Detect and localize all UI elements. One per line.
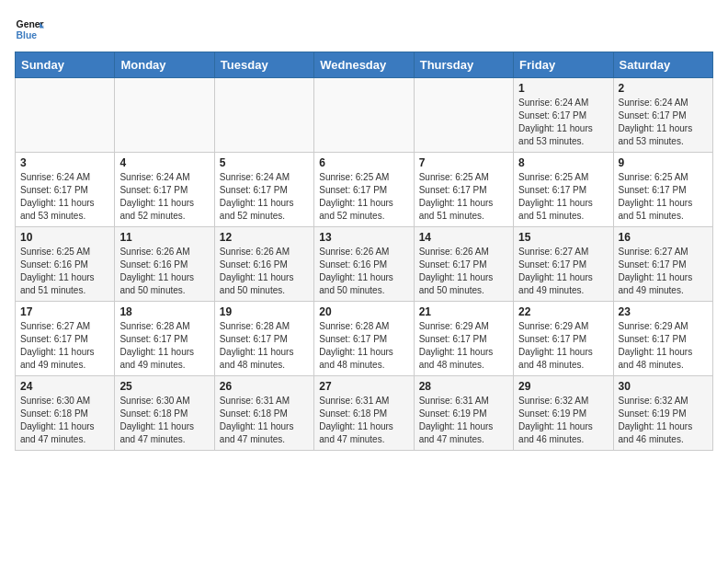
calendar-cell: 30Sunrise: 6:32 AM Sunset: 6:19 PM Dayli… <box>613 376 712 451</box>
calendar-table: SundayMondayTuesdayWednesdayThursdayFrid… <box>15 52 713 451</box>
day-info: Sunrise: 6:26 AM Sunset: 6:16 PM Dayligh… <box>319 246 408 297</box>
day-info: Sunrise: 6:25 AM Sunset: 6:17 PM Dayligh… <box>518 171 608 223</box>
day-info: Sunrise: 6:24 AM Sunset: 6:17 PM Dayligh… <box>20 171 109 223</box>
day-info: Sunrise: 6:28 AM Sunset: 6:17 PM Dayligh… <box>220 320 309 372</box>
calendar-cell: 22Sunrise: 6:29 AM Sunset: 6:17 PM Dayli… <box>514 302 613 376</box>
day-info: Sunrise: 6:25 AM Sunset: 6:16 PM Dayligh… <box>20 246 109 297</box>
day-number: 22 <box>518 305 608 318</box>
logo: General Blue <box>15 15 44 44</box>
day-number: 29 <box>518 380 608 393</box>
day-info: Sunrise: 6:24 AM Sunset: 6:17 PM Dayligh… <box>518 97 608 148</box>
calendar-cell: 26Sunrise: 6:31 AM Sunset: 6:18 PM Dayli… <box>214 376 313 451</box>
day-info: Sunrise: 6:24 AM Sunset: 6:17 PM Dayligh… <box>119 171 209 223</box>
calendar-cell: 10Sunrise: 6:25 AM Sunset: 6:16 PM Dayli… <box>16 227 115 302</box>
calendar-cell: 28Sunrise: 6:31 AM Sunset: 6:19 PM Dayli… <box>414 376 513 451</box>
calendar-cell: 17Sunrise: 6:27 AM Sunset: 6:17 PM Dayli… <box>16 302 115 376</box>
day-number: 14 <box>419 231 508 244</box>
day-info: Sunrise: 6:28 AM Sunset: 6:17 PM Dayligh… <box>119 320 209 372</box>
day-info: Sunrise: 6:25 AM Sunset: 6:17 PM Dayligh… <box>319 171 408 223</box>
day-info: Sunrise: 6:31 AM Sunset: 6:18 PM Dayligh… <box>319 395 408 446</box>
day-number: 16 <box>619 231 708 244</box>
day-number: 12 <box>220 231 309 244</box>
day-info: Sunrise: 6:25 AM Sunset: 6:17 PM Dayligh… <box>619 171 708 223</box>
day-number: 23 <box>619 305 708 318</box>
weekday-header: Monday <box>115 52 214 78</box>
calendar-cell: 25Sunrise: 6:30 AM Sunset: 6:18 PM Dayli… <box>115 376 214 451</box>
day-info: Sunrise: 6:27 AM Sunset: 6:17 PM Dayligh… <box>619 246 708 297</box>
calendar-cell: 7Sunrise: 6:25 AM Sunset: 6:17 PM Daylig… <box>414 153 513 227</box>
day-info: Sunrise: 6:31 AM Sunset: 6:18 PM Dayligh… <box>220 395 309 446</box>
calendar-cell: 3Sunrise: 6:24 AM Sunset: 6:17 PM Daylig… <box>16 153 115 227</box>
calendar-cell: 4Sunrise: 6:24 AM Sunset: 6:17 PM Daylig… <box>115 153 214 227</box>
day-number: 19 <box>220 305 309 318</box>
svg-text:Blue: Blue <box>17 30 38 40</box>
calendar-cell: 9Sunrise: 6:25 AM Sunset: 6:17 PM Daylig… <box>613 153 712 227</box>
day-info: Sunrise: 6:30 AM Sunset: 6:18 PM Dayligh… <box>20 395 109 446</box>
calendar-cell: 16Sunrise: 6:27 AM Sunset: 6:17 PM Dayli… <box>613 227 712 302</box>
day-info: Sunrise: 6:26 AM Sunset: 6:16 PM Dayligh… <box>119 246 209 297</box>
calendar-cell: 21Sunrise: 6:29 AM Sunset: 6:17 PM Dayli… <box>414 302 513 376</box>
day-number: 25 <box>119 380 209 393</box>
day-info: Sunrise: 6:26 AM Sunset: 6:17 PM Dayligh… <box>419 246 508 297</box>
day-info: Sunrise: 6:27 AM Sunset: 6:17 PM Dayligh… <box>20 320 109 372</box>
day-number: 1 <box>518 82 608 95</box>
calendar-cell: 19Sunrise: 6:28 AM Sunset: 6:17 PM Dayli… <box>214 302 313 376</box>
calendar-cell: 14Sunrise: 6:26 AM Sunset: 6:17 PM Dayli… <box>414 227 513 302</box>
day-number: 4 <box>119 156 209 169</box>
day-info: Sunrise: 6:25 AM Sunset: 6:17 PM Dayligh… <box>419 171 508 223</box>
day-info: Sunrise: 6:32 AM Sunset: 6:19 PM Dayligh… <box>619 395 708 446</box>
page-header: General Blue <box>15 15 713 44</box>
day-info: Sunrise: 6:24 AM Sunset: 6:17 PM Dayligh… <box>619 97 708 148</box>
weekday-header: Thursday <box>414 52 513 78</box>
day-number: 18 <box>119 305 209 318</box>
day-number: 13 <box>319 231 408 244</box>
calendar-cell: 20Sunrise: 6:28 AM Sunset: 6:17 PM Dayli… <box>314 302 414 376</box>
day-number: 26 <box>220 380 309 393</box>
day-number: 20 <box>319 305 408 318</box>
day-number: 21 <box>419 305 508 318</box>
calendar-cell: 11Sunrise: 6:26 AM Sunset: 6:16 PM Dayli… <box>115 227 214 302</box>
day-number: 9 <box>619 156 708 169</box>
calendar-cell: 23Sunrise: 6:29 AM Sunset: 6:17 PM Dayli… <box>613 302 712 376</box>
logo-icon: General Blue <box>15 15 44 44</box>
calendar-cell: 1Sunrise: 6:24 AM Sunset: 6:17 PM Daylig… <box>514 78 613 153</box>
day-info: Sunrise: 6:29 AM Sunset: 6:17 PM Dayligh… <box>419 320 508 372</box>
day-info: Sunrise: 6:29 AM Sunset: 6:17 PM Dayligh… <box>518 320 608 372</box>
calendar-cell: 8Sunrise: 6:25 AM Sunset: 6:17 PM Daylig… <box>514 153 613 227</box>
calendar-cell: 2Sunrise: 6:24 AM Sunset: 6:17 PM Daylig… <box>613 78 712 153</box>
calendar-cell <box>115 78 214 153</box>
day-info: Sunrise: 6:26 AM Sunset: 6:16 PM Dayligh… <box>220 246 309 297</box>
day-number: 30 <box>619 380 708 393</box>
calendar-cell <box>414 78 513 153</box>
calendar-header: SundayMondayTuesdayWednesdayThursdayFrid… <box>16 52 713 78</box>
calendar-cell <box>16 78 115 153</box>
calendar-cell: 13Sunrise: 6:26 AM Sunset: 6:16 PM Dayli… <box>314 227 414 302</box>
day-info: Sunrise: 6:32 AM Sunset: 6:19 PM Dayligh… <box>518 395 608 446</box>
day-info: Sunrise: 6:29 AM Sunset: 6:17 PM Dayligh… <box>619 320 708 372</box>
calendar-cell: 27Sunrise: 6:31 AM Sunset: 6:18 PM Dayli… <box>314 376 414 451</box>
calendar-cell <box>314 78 414 153</box>
day-number: 27 <box>319 380 408 393</box>
calendar-cell: 15Sunrise: 6:27 AM Sunset: 6:17 PM Dayli… <box>514 227 613 302</box>
day-number: 7 <box>419 156 508 169</box>
day-number: 6 <box>319 156 408 169</box>
day-info: Sunrise: 6:27 AM Sunset: 6:17 PM Dayligh… <box>518 246 608 297</box>
day-info: Sunrise: 6:28 AM Sunset: 6:17 PM Dayligh… <box>319 320 408 372</box>
calendar-cell: 5Sunrise: 6:24 AM Sunset: 6:17 PM Daylig… <box>214 153 313 227</box>
calendar-cell: 18Sunrise: 6:28 AM Sunset: 6:17 PM Dayli… <box>115 302 214 376</box>
weekday-header: Sunday <box>16 52 115 78</box>
day-number: 28 <box>419 380 508 393</box>
day-number: 5 <box>220 156 309 169</box>
day-info: Sunrise: 6:30 AM Sunset: 6:18 PM Dayligh… <box>119 395 209 446</box>
weekday-header: Friday <box>514 52 613 78</box>
calendar-cell: 6Sunrise: 6:25 AM Sunset: 6:17 PM Daylig… <box>314 153 414 227</box>
day-number: 15 <box>518 231 608 244</box>
day-number: 2 <box>619 82 708 95</box>
day-number: 3 <box>20 156 109 169</box>
calendar-cell: 29Sunrise: 6:32 AM Sunset: 6:19 PM Dayli… <box>514 376 613 451</box>
day-number: 10 <box>20 231 109 244</box>
day-number: 24 <box>20 380 109 393</box>
calendar-cell <box>214 78 313 153</box>
calendar-cell: 24Sunrise: 6:30 AM Sunset: 6:18 PM Dayli… <box>16 376 115 451</box>
weekday-header: Tuesday <box>214 52 313 78</box>
